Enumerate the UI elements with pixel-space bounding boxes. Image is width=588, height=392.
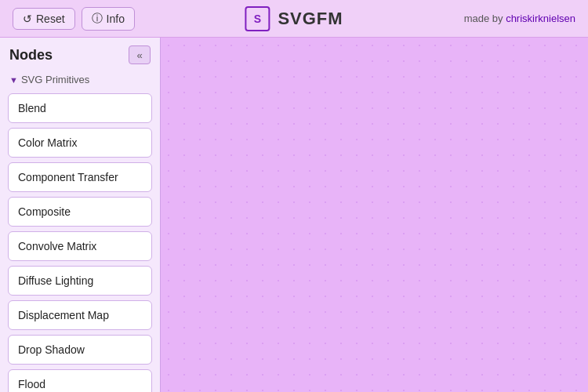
info-label: Info [107,13,125,25]
sidebar-title: Nodes [9,47,53,64]
collapse-button[interactable]: « [129,45,151,64]
list-item[interactable]: Convolve Matrix [8,231,152,261]
sidebar: Nodes « ▼ SVG Primitives BlendColor Matr… [0,38,161,392]
section-header: ▼ SVG Primitives [0,71,160,90]
list-item[interactable]: Composite [8,197,152,227]
header-right: made by chriskirknielsen [464,13,575,24]
info-button[interactable]: ⓘ Info [82,7,135,31]
list-item[interactable]: Blend [8,93,152,123]
logo-text: S [254,13,261,25]
header-center: S SVGFM [245,6,343,31]
header-left: ↺ Reset ⓘ Info [13,7,135,31]
main-content: Nodes « ▼ SVG Primitives BlendColor Matr… [0,38,588,392]
list-item[interactable]: Color Matrix [8,128,152,158]
section-arrow-icon: ▼ [9,75,18,85]
reset-button[interactable]: ↺ Reset [13,8,75,30]
canvas-dots [161,38,588,392]
list-item[interactable]: Drop Shadow [8,335,152,365]
list-item[interactable]: Flood [8,369,152,392]
reset-icon: ↺ [23,13,32,25]
author-link[interactable]: chriskirknielsen [506,13,575,24]
section-label: SVG Primitives [21,74,89,85]
list-item[interactable]: Component Transfer [8,162,152,192]
made-by-text: made by [464,13,506,24]
reset-label: Reset [36,13,65,25]
list-item[interactable]: Displacement Map [8,300,152,330]
app-title: SVGFM [278,9,343,29]
header: ↺ Reset ⓘ Info S SVGFM made by chriskirk… [0,0,588,38]
list-item[interactable]: Diffuse Lighting [8,266,152,296]
nodes-list[interactable]: BlendColor MatrixComponent TransferCompo… [0,90,160,392]
canvas-area[interactable] [161,38,588,392]
info-icon: ⓘ [92,12,103,26]
app-logo: S [245,6,270,31]
sidebar-header: Nodes « [0,38,160,71]
